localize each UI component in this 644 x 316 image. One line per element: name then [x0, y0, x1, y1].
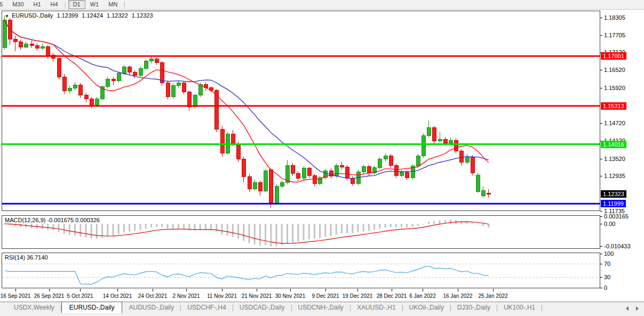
chart-tab-audusd-daily[interactable]: AUDUSD-,Daily — [122, 302, 180, 312]
date-tick-mark — [423, 289, 423, 291]
axis-tick-mark — [600, 277, 602, 278]
candle-body — [122, 67, 126, 74]
macd-histogram-bar — [433, 221, 435, 224]
chart-tab-usdcad-daily[interactable]: USDCAD-,Daily — [233, 302, 291, 312]
macd-histogram-bar — [232, 224, 234, 237]
macd-label: MACD(12,26,9) -0.001675 0.000326 — [5, 217, 100, 223]
candle-body — [25, 44, 28, 47]
candle-body — [171, 85, 175, 97]
timeframe-button-mn[interactable]: MN — [104, 0, 122, 9]
price-axis-label: 1.12935 — [600, 173, 625, 180]
rsi-label: RSI(14) 36.7140 — [5, 254, 48, 261]
macd-histogram-bar — [488, 224, 489, 228]
candle-body — [90, 99, 93, 106]
rsi-axis-label: 70 — [600, 261, 610, 268]
macd-histogram-bar — [156, 224, 157, 226]
macd-histogram-bar — [352, 224, 353, 233]
macd-histogram-bar — [368, 224, 370, 231]
chart-tab-usdcnh-daily[interactable]: USDCNH-,Daily — [292, 302, 350, 312]
macd-histogram-bar — [134, 224, 136, 231]
candle-body — [231, 134, 235, 144]
date-axis-label: 16 Jan 2022 — [443, 293, 472, 299]
timeframe-button-m30[interactable]: M30 — [7, 0, 28, 9]
candle-body — [188, 92, 192, 107]
macd-indicator-panel[interactable]: MACD(12,26,9) -0.001675 0.000326 — [2, 215, 600, 249]
timeframe-button-w1[interactable]: W1 — [85, 0, 104, 9]
timeframe-button-h1[interactable]: H1 — [29, 0, 46, 9]
macd-signal-value: 0.000326 — [75, 217, 100, 223]
candle-body — [57, 59, 61, 77]
macd-histogram-bar — [303, 224, 305, 240]
chart-tab-uk100-h1[interactable]: UK100-,H1 — [497, 302, 542, 312]
chart-tab-dj30-daily[interactable]: DJ30-,Daily — [451, 302, 497, 312]
macd-histogram-bar — [412, 224, 414, 227]
macd-axis-label: -0.010433 — [600, 243, 631, 250]
macd-histogram-bar — [20, 224, 21, 227]
macd-histogram-bar — [401, 224, 402, 228]
chart-title-symbol: EURUSD-,Daily — [12, 12, 53, 19]
candle-body — [177, 83, 180, 85]
chart-tab-xauusd-h1[interactable]: XAUUSD-,H1 — [351, 302, 402, 312]
date-axis-label: 26 Sep 2021 — [34, 293, 65, 299]
macd-value: -0.001675 — [47, 217, 74, 223]
candle-body — [13, 39, 17, 42]
chart-dropdown-icon[interactable]: ▼ — [5, 14, 9, 19]
date-tick-mark — [290, 289, 291, 291]
date-axis-label: 9 Dec 2021 — [312, 293, 339, 299]
candle-body — [476, 175, 480, 191]
macd-histogram-bar — [237, 224, 239, 239]
macd-histogram-bar — [439, 220, 441, 224]
macd-histogram-bar — [52, 224, 54, 230]
macd-histogram-bar — [243, 224, 244, 241]
axis-tick-mark — [600, 224, 602, 224]
macd-histogram-bar — [477, 224, 479, 224]
main-chart-canvas[interactable] — [2, 11, 600, 210]
tabs-scroll-left-icon[interactable] — [626, 306, 629, 311]
candle-body — [3, 20, 6, 48]
tabs-scroll-right-icon[interactable] — [636, 306, 639, 311]
macd-histogram-bar — [417, 224, 419, 226]
price-axis-label: 1.18305 — [600, 14, 625, 21]
candle-body — [133, 72, 137, 76]
axis-tick-mark — [600, 70, 602, 70]
candle-body — [291, 165, 295, 174]
macd-histogram-bar — [357, 224, 359, 232]
date-tick-mark — [153, 289, 153, 291]
candle-body — [378, 159, 382, 168]
timeframe-button-d1[interactable]: D1 — [68, 0, 85, 9]
level-price-label: 1.14016 — [601, 141, 626, 148]
chart-tab-eurusd-daily[interactable]: EURUSD-,Daily — [61, 302, 123, 313]
chart-tab-usdchf-h4[interactable]: USDCHF-,H4 — [181, 302, 233, 312]
chart-title-high: 1.12424 — [82, 12, 103, 19]
candle-body — [280, 182, 284, 186]
chart-tab-usdx-weekly[interactable]: USDX,Weekly — [7, 302, 61, 312]
rsi-indicator-panel[interactable]: RSI(14) 36.7140 — [2, 253, 600, 288]
candle-body — [465, 157, 469, 163]
candle-body — [215, 90, 219, 129]
axis-tick-mark — [600, 216, 602, 217]
axis-tick-mark — [600, 254, 602, 254]
axis-tick-mark — [600, 176, 602, 176]
candle-body — [62, 77, 66, 91]
rsi-axis-label: 0 — [600, 285, 607, 291]
candle-body — [362, 166, 365, 172]
timeframe-button-5[interactable]: 5 — [0, 0, 7, 9]
candle-body — [471, 157, 474, 173]
macd-histogram-bar — [150, 224, 152, 228]
candle-body — [367, 166, 371, 173]
macd-histogram-bar — [406, 224, 408, 228]
chart-tab-ukoil-daily[interactable]: UKOil-,Daily — [403, 302, 450, 312]
macd-histogram-bar — [336, 224, 337, 234]
main-chart-panel[interactable]: ▼EURUSD-,Daily1.123991.124241.123221.123… — [2, 11, 600, 211]
macd-histogram-bar — [259, 224, 261, 246]
date-tick-mark — [186, 289, 187, 291]
macd-histogram-bar — [91, 224, 92, 238]
ma-slow-line — [4, 20, 489, 179]
macd-histogram-bar — [270, 224, 272, 246]
timeframe-button-h4[interactable]: H4 — [46, 0, 63, 9]
date-axis: 16 Sep 202126 Sep 20215 Oct 202114 Oct 2… — [2, 288, 600, 302]
rsi-canvas[interactable] — [2, 253, 600, 288]
macd-histogram-bar — [265, 224, 266, 245]
macd-histogram-bar — [227, 224, 228, 236]
date-tick-mark — [117, 289, 118, 291]
